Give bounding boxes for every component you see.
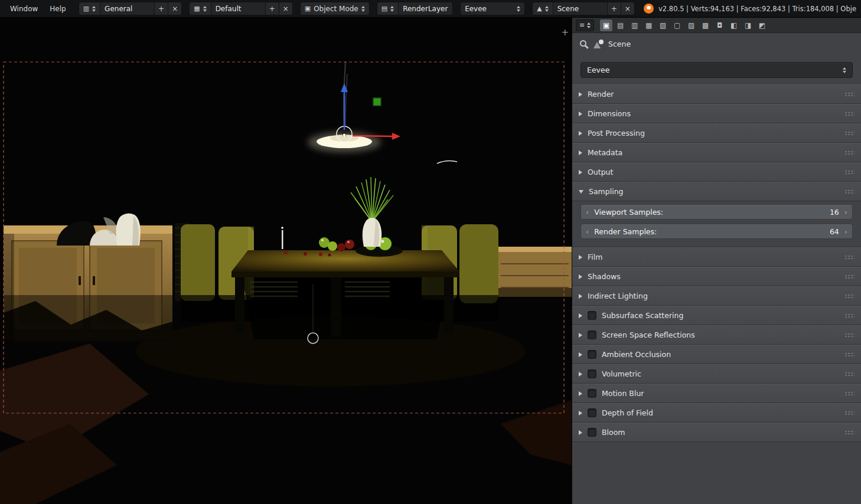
panel-bloom[interactable]: Bloom (572, 423, 861, 442)
panel-ambient-occlusion[interactable]: Ambient Occlusion (572, 345, 861, 364)
close-layout-button[interactable]: × (279, 2, 292, 15)
close-scene-button[interactable]: × (621, 2, 634, 15)
panel-label: Output (588, 168, 613, 176)
increment-arrow-icon[interactable]: › (843, 228, 849, 235)
chevron-updown-icon (517, 6, 520, 12)
layout-value: Default (216, 5, 242, 13)
add-scene-button[interactable]: + (607, 2, 621, 15)
render-layer-value: RenderLayer (403, 5, 448, 13)
dining-table (231, 250, 459, 339)
object-data-icon: ◨ (745, 21, 751, 30)
tab-physics[interactable]: ◘ (713, 19, 726, 31)
close-workspace-button[interactable]: × (168, 2, 181, 15)
panel-volumetric[interactable]: Volumetric (572, 364, 861, 384)
panel-dimensions[interactable]: Dimensions (572, 104, 861, 123)
panel-grip-handle[interactable] (844, 255, 855, 260)
3d-viewport-scene[interactable] (0, 18, 572, 504)
chevron-updown-icon (545, 6, 549, 12)
panel-grip-handle[interactable] (844, 372, 855, 377)
workspace-field[interactable]: General (100, 2, 154, 15)
render-layer-field[interactable]: RenderLayer (398, 2, 452, 15)
tab-scene[interactable]: ▦ (643, 19, 655, 31)
layout-icon-button[interactable]: ▦ (190, 2, 210, 15)
menu-help[interactable]: Help (44, 3, 71, 15)
depth-of-field-checkbox[interactable] (588, 408, 596, 417)
panel-subsurface-scattering[interactable]: Subsurface Scattering (572, 306, 861, 325)
tab-object[interactable]: ▢ (671, 19, 683, 31)
editor-type-button[interactable]: ▥ (79, 2, 100, 15)
editor-type-selector[interactable]: ≡ (576, 19, 594, 31)
layout-field[interactable]: Default (211, 2, 265, 15)
panel-output[interactable]: Output (572, 162, 861, 182)
decrement-arrow-icon[interactable]: ‹ (585, 228, 590, 235)
viewport-samples-slider[interactable]: ‹ Viewport Samples: 16 › (580, 204, 853, 220)
panel-film[interactable]: Film (572, 247, 861, 267)
panel-grip-handle[interactable] (844, 274, 855, 279)
scene-icon-button[interactable]: ▲ (533, 2, 552, 15)
tab-render[interactable]: ▣ (600, 19, 612, 31)
panel-grip-handle[interactable] (844, 391, 855, 396)
panel-grip-handle[interactable] (844, 430, 855, 435)
panel-screen-space-reflections[interactable]: Screen Space Reflections (572, 325, 861, 345)
increment-arrow-icon[interactable]: › (843, 208, 849, 216)
panel-motion-blur[interactable]: Motion Blur (572, 384, 861, 403)
engine-dropdown-topbar[interactable]: Eevee (460, 2, 525, 15)
toolbar-expand-button[interactable]: + (561, 28, 569, 37)
scene-statistics: v2.80.5 | Verts:94,163 | Faces:92,843 | … (658, 5, 856, 13)
render-layer-icon-button[interactable]: ▤ (377, 2, 398, 15)
mode-dropdown[interactable]: ▣ Object Mode (300, 2, 370, 15)
screen-space-reflections-checkbox[interactable] (588, 330, 596, 339)
particles-icon: ▩ (702, 21, 709, 30)
motion-blur-checkbox[interactable] (588, 389, 596, 398)
panel-grip-handle[interactable] (844, 333, 855, 338)
panel-grip-handle[interactable] (844, 150, 855, 155)
panel-grip-handle[interactable] (844, 313, 855, 318)
add-workspace-button[interactable]: + (154, 2, 168, 15)
ambient-occlusion-checkbox[interactable] (588, 350, 596, 359)
panel-grip-handle[interactable] (844, 352, 855, 357)
panel-grip-handle[interactable] (844, 92, 855, 97)
decrement-arrow-icon[interactable]: ‹ (585, 208, 590, 216)
panel-indirect-lighting[interactable]: Indirect Lighting (572, 286, 861, 306)
pin-icon[interactable] (580, 40, 589, 48)
panel-label: Film (588, 253, 602, 261)
tab-world[interactable]: ▧ (657, 19, 669, 31)
panel-grip-handle[interactable] (844, 411, 855, 415)
tab-modifiers[interactable]: ▨ (685, 19, 697, 31)
topbar-stats-area: v2.80.5 | Verts:94,163 | Faces:92,843 | … (644, 4, 856, 14)
world-icon: ▧ (660, 21, 666, 30)
tab-output[interactable]: ▤ (614, 19, 627, 31)
panel-metadata[interactable]: Metadata (572, 143, 861, 162)
tab-particles[interactable]: ▩ (699, 19, 712, 31)
tab-object-data[interactable]: ◨ (742, 19, 754, 31)
tab-view-layer[interactable]: ▥ (628, 19, 641, 31)
panel-grip-handle[interactable] (844, 170, 855, 175)
blender-logo-icon (644, 4, 654, 14)
render-engine-dropdown[interactable]: Eevee (580, 62, 853, 78)
panel-grip-handle[interactable] (844, 189, 855, 194)
panel-grip-handle[interactable] (844, 112, 855, 116)
properties-editor: ≡ ▣ ▤ ▥ ▦ ▧ ▢ ▨ ▩ ◘ ◧ ◨ ◩ Scene (572, 18, 861, 504)
volumetric-checkbox[interactable] (588, 369, 596, 378)
bloom-checkbox[interactable] (588, 428, 596, 437)
scene-field[interactable]: Scene (553, 2, 607, 15)
3d-viewport[interactable]: + (0, 18, 572, 504)
panel-post-processing[interactable]: Post Processing (572, 123, 861, 143)
viewport-samples-label: Viewport Samples: (594, 208, 663, 217)
tab-constraints[interactable]: ◧ (728, 19, 740, 31)
menu-window[interactable]: Window (5, 3, 43, 15)
panel-render[interactable]: Render (572, 84, 861, 104)
panel-depth-of-field[interactable]: Depth of Field (572, 403, 861, 423)
panel-grip-handle[interactable] (844, 294, 855, 299)
area-light-gizmo[interactable] (373, 98, 381, 106)
render-samples-slider[interactable]: ‹ Render Samples: 64 › (580, 224, 853, 239)
panel-sampling[interactable]: Sampling (572, 182, 861, 201)
chevron-updown-icon (361, 6, 365, 12)
subsurface-scattering-checkbox[interactable] (588, 311, 596, 320)
add-layout-button[interactable]: + (265, 2, 279, 15)
tab-material[interactable]: ◩ (756, 19, 768, 31)
panel-shadows[interactable]: Shadows (572, 267, 861, 286)
render-layer-selector: ▤ RenderLayer (377, 2, 453, 15)
panel-grip-handle[interactable] (844, 131, 855, 136)
chevron-updown-icon (843, 67, 846, 73)
